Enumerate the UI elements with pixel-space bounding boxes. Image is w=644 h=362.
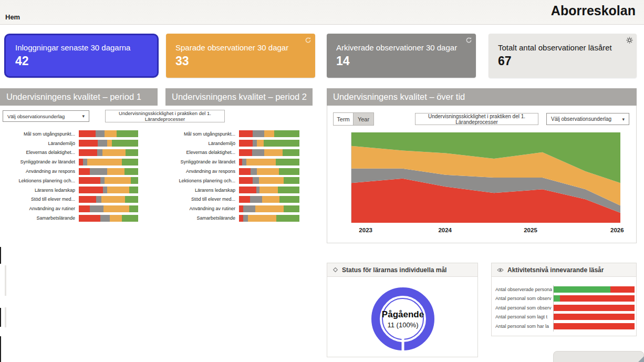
bar-segment-red[interactable] [239, 130, 253, 137]
bar-segment-red[interactable] [239, 205, 243, 212]
bar-segment-gray[interactable] [90, 168, 107, 175]
bar-segment-red[interactable] [239, 196, 250, 203]
bar-segment-orange[interactable] [264, 149, 283, 156]
kpi-card-total-observations[interactable]: Totalt antal observationer läsåret 67 [489, 34, 637, 78]
stacked-bar[interactable] [79, 168, 138, 175]
bar-segment-green[interactable] [129, 205, 138, 212]
skicklighet-filter-button[interactable]: Undervisningsskicklighet i praktiken del… [105, 110, 225, 122]
bar-segment-gray[interactable] [96, 196, 101, 203]
bar-segment-orange[interactable] [248, 215, 276, 222]
observationsunderlag-dropdown[interactable]: Välj observationsunderlag ▾ [546, 113, 629, 125]
bar-segment-orange[interactable] [262, 196, 279, 203]
bar-segment-green[interactable] [278, 187, 299, 193]
bar-segment-orange[interactable] [257, 168, 278, 175]
bar-segment-red[interactable] [239, 187, 256, 193]
toggle-year-button[interactable]: Year [354, 112, 374, 126]
stacked-bar[interactable] [554, 305, 635, 311]
bar-segment-gray[interactable] [243, 215, 248, 222]
kpi-card-logins[interactable]: Inloggningar senaste 30 dagarna 42 [4, 34, 159, 78]
bar-segment-green[interactable] [274, 130, 299, 137]
bar-segment-red[interactable] [79, 149, 97, 156]
bar-segment-orange[interactable] [110, 215, 122, 222]
bar-segment-green[interactable] [279, 196, 299, 203]
stacked-bar[interactable] [79, 187, 138, 193]
bar-segment-gray[interactable] [103, 187, 107, 193]
bar-segment-green[interactable] [283, 149, 299, 156]
bar-segment-red[interactable] [79, 205, 90, 212]
toggle-term-button[interactable]: Term [333, 112, 354, 126]
bar-segment-gray[interactable] [253, 140, 257, 147]
stacked-bar[interactable] [79, 140, 138, 147]
stacked-bar[interactable] [239, 205, 299, 212]
bar-segment-gray[interactable] [253, 130, 264, 137]
bar-segment-green[interactable] [122, 159, 138, 166]
stacked-bar[interactable] [239, 159, 299, 166]
bar-segment-green[interactable] [264, 140, 299, 147]
stacked-bar[interactable] [239, 215, 299, 222]
observationsunderlag-dropdown[interactable]: Välj observationsunderlag ▾ [3, 110, 89, 122]
stacked-bar[interactable] [79, 149, 138, 156]
breadcrumb-home[interactable]: Hem [5, 13, 20, 21]
bar-segment-gray[interactable] [96, 130, 105, 137]
bar-segment-red[interactable] [239, 177, 253, 184]
bar-segment-green[interactable] [126, 149, 138, 156]
gear-icon[interactable] [626, 36, 633, 43]
bar-segment-green[interactable] [122, 215, 138, 222]
bar-segment-red[interactable] [79, 130, 96, 137]
bar-segment-green[interactable] [131, 177, 138, 184]
skicklighet-filter-button[interactable]: Undervisningsskicklighet i praktiken del… [415, 113, 538, 125]
bar-segment-orange[interactable] [259, 187, 278, 193]
bar-segment-orange[interactable] [107, 187, 129, 193]
refresh-icon[interactable] [305, 36, 311, 43]
bar-segment-green[interactable] [284, 205, 299, 212]
bar-segment-orange[interactable] [264, 130, 274, 137]
bar-segment-red[interactable] [554, 314, 635, 320]
stacked-bar[interactable] [239, 196, 299, 203]
bar-segment-orange[interactable] [102, 149, 126, 156]
bar-segment-green[interactable] [276, 215, 299, 222]
bar-segment-gray[interactable] [253, 177, 259, 184]
stacked-bar[interactable] [79, 130, 138, 137]
bar-segment-orange[interactable] [107, 168, 124, 175]
bar-segment-red[interactable] [79, 215, 100, 222]
bar-segment-red[interactable] [79, 177, 100, 184]
bar-segment-orange[interactable] [105, 130, 117, 137]
bar-segment-orange[interactable] [255, 205, 284, 212]
bar-segment-red[interactable] [79, 159, 83, 166]
stacked-bar[interactable] [79, 177, 138, 184]
stacked-bar[interactable] [239, 130, 299, 137]
bar-segment-orange[interactable] [246, 159, 276, 166]
stacked-bar[interactable] [239, 187, 299, 193]
bar-segment-orange[interactable] [259, 177, 284, 184]
bar-segment-red[interactable] [79, 187, 103, 193]
bar-segment-orange[interactable] [101, 196, 125, 203]
kpi-card-archived-observations[interactable]: Arkiverade observationer 30 dagar 14 [327, 34, 476, 78]
stacked-bar[interactable] [239, 149, 299, 156]
bar-segment-gray[interactable] [250, 196, 262, 203]
bar-segment-gray[interactable] [242, 159, 246, 166]
bar-segment-red[interactable] [239, 149, 252, 156]
stacked-bar[interactable] [79, 215, 138, 222]
bar-segment-red[interactable] [239, 168, 251, 175]
bar-segment-green[interactable] [129, 187, 138, 193]
bar-segment-green[interactable] [554, 286, 610, 293]
bar-segment-red[interactable] [79, 196, 96, 203]
bar-segment-orange[interactable] [105, 177, 131, 184]
kpi-card-saved-observations[interactable]: Sparade observationer 30 dagar 33 [166, 34, 315, 78]
bar-segment-green[interactable] [112, 140, 138, 147]
bar-segment-red[interactable] [79, 168, 90, 175]
bar-segment-orange[interactable] [107, 140, 112, 147]
bar-segment-red[interactable] [560, 295, 635, 302]
bar-segment-gray[interactable] [98, 140, 107, 147]
bar-segment-orange[interactable] [257, 140, 264, 147]
bar-segment-red[interactable] [554, 323, 635, 329]
stacked-bar[interactable] [239, 140, 299, 147]
bar-segment-green[interactable] [554, 295, 560, 302]
bar-segment-green[interactable] [124, 168, 138, 175]
bar-segment-gray[interactable] [90, 205, 103, 212]
bar-segment-gray[interactable] [100, 215, 110, 222]
bar-segment-orange[interactable] [87, 159, 122, 166]
stacked-bar[interactable] [554, 314, 635, 320]
bar-segment-green[interactable] [125, 196, 138, 203]
bar-segment-gray[interactable] [83, 159, 87, 166]
